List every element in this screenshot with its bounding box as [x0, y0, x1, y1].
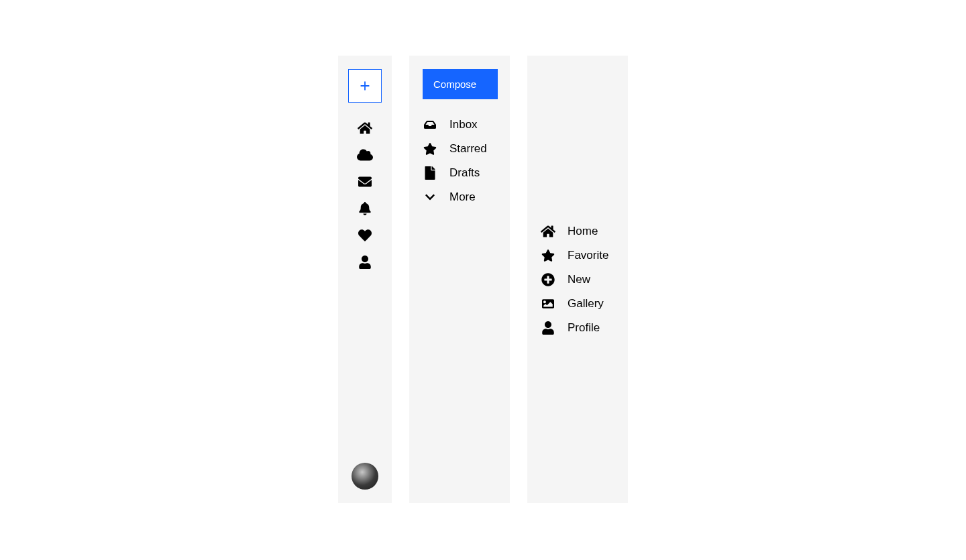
mail-nav-more[interactable]: More — [423, 185, 496, 209]
centered-nav-new[interactable]: New — [541, 268, 614, 292]
plus-icon — [358, 78, 372, 93]
centered-sidebar: Home Favorite New Gallery Profile — [527, 56, 628, 503]
mail-nav-label: More — [449, 190, 476, 204]
centered-nav-gallery[interactable]: Gallery — [541, 292, 614, 316]
nav-home[interactable] — [352, 115, 378, 142]
centered-nav-label: Gallery — [568, 297, 604, 311]
star-icon — [423, 142, 437, 156]
user-icon — [359, 256, 371, 269]
centered-nav-profile[interactable]: Profile — [541, 316, 614, 340]
inbox-icon — [423, 119, 437, 130]
mail-nav-label: Drafts — [449, 166, 480, 180]
mail-sidebar: Compose Inbox Starred Drafts More — [409, 56, 510, 503]
mail-nav-drafts[interactable]: Drafts — [423, 161, 496, 185]
user-icon — [541, 321, 555, 335]
home-icon — [541, 225, 555, 238]
avatar[interactable] — [352, 463, 378, 490]
icon-sidebar — [338, 56, 392, 503]
cloud-icon — [357, 148, 373, 162]
star-icon — [541, 249, 555, 262]
file-icon — [423, 166, 437, 180]
nav-profile[interactable] — [352, 249, 378, 276]
bell-icon — [359, 202, 371, 215]
centered-nav-label: Profile — [568, 321, 600, 335]
image-icon — [541, 298, 555, 310]
chevron-down-icon — [423, 192, 437, 203]
centered-nav-label: Home — [568, 225, 598, 238]
centered-nav-favorite[interactable]: Favorite — [541, 243, 614, 268]
mail-nav-label: Inbox — [449, 118, 478, 131]
nav-cloud[interactable] — [352, 142, 378, 168]
mail-nav-starred[interactable]: Starred — [423, 137, 496, 161]
home-icon — [358, 121, 372, 135]
mail-nav-inbox[interactable]: Inbox — [423, 113, 496, 137]
plus-circle-icon — [541, 273, 555, 286]
nav-notifications[interactable] — [352, 195, 378, 222]
compose-button[interactable]: Compose — [423, 69, 498, 99]
centered-nav-label: New — [568, 273, 590, 286]
add-button[interactable] — [348, 69, 382, 103]
mail-nav-label: Starred — [449, 142, 487, 156]
heart-icon — [358, 229, 372, 242]
nav-mail[interactable] — [352, 168, 378, 195]
icon-list — [352, 115, 378, 276]
envelope-icon — [358, 175, 372, 188]
centered-nav-label: Favorite — [568, 249, 608, 262]
nav-favorites[interactable] — [352, 222, 378, 249]
centered-nav-home[interactable]: Home — [541, 219, 614, 243]
